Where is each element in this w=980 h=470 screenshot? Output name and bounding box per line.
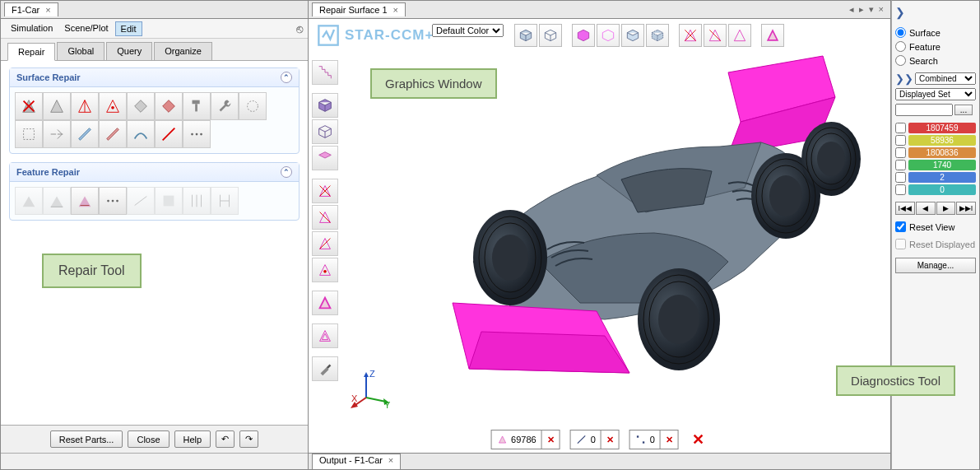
project-tool-icon[interactable]	[71, 120, 99, 148]
tab-label: Output - F1-Car	[319, 455, 383, 465]
create-face-icon[interactable]	[127, 92, 155, 120]
smooth-tool-icon[interactable]	[127, 120, 155, 148]
view-hidden-icon[interactable]	[646, 24, 669, 47]
merge-tool-icon[interactable]	[43, 120, 71, 148]
feature-tool-1-icon[interactable]	[15, 187, 43, 215]
feature-tool-6-icon[interactable]	[155, 187, 183, 215]
tree-icon[interactable]: ⎋	[296, 22, 303, 35]
checkbox-label: Reset Displayed	[909, 240, 975, 249]
fill-hole-icon[interactable]	[43, 92, 71, 120]
view-iso-icon[interactable]	[514, 24, 537, 47]
menu-edit[interactable]: Edit	[115, 21, 142, 36]
vcr-prev-button[interactable]: ◀	[916, 202, 936, 215]
vcr-next-button[interactable]: ▶	[936, 202, 956, 215]
feature-tool-7-icon[interactable]	[183, 187, 211, 215]
cube-wire-icon[interactable]	[312, 119, 338, 144]
remesh-icon[interactable]	[155, 92, 183, 120]
graphics-window[interactable]: STAR-CCM+ Default Color	[309, 19, 890, 453]
help-button[interactable]: Help	[174, 430, 211, 448]
triangle-marker-icon[interactable]	[761, 24, 784, 47]
tri-x3-icon[interactable]	[312, 231, 338, 256]
subtab-organize[interactable]: Organize	[154, 42, 212, 60]
output-tab[interactable]: Output - F1-Car ×	[312, 454, 401, 469]
filter-3-icon[interactable]	[728, 24, 751, 47]
face-select-icon[interactable]	[312, 146, 338, 170]
radio-surface[interactable]	[895, 27, 906, 38]
legend-checkbox[interactable]	[895, 135, 906, 146]
tri-x1-icon[interactable]	[312, 179, 338, 203]
f1car-tab[interactable]: F1-Car ×	[4, 2, 58, 16]
collapse-icon[interactable]: ⌃	[281, 166, 292, 178]
repair-surface-tab[interactable]: Repair Surface 1 ×	[312, 2, 406, 16]
reset-displayed-checkbox[interactable]	[895, 239, 906, 249]
tri-fill-icon[interactable]	[312, 291, 338, 315]
legend-checkbox[interactable]	[895, 172, 906, 183]
legend-checkbox[interactable]	[895, 123, 906, 133]
hammer-icon[interactable]	[183, 92, 211, 120]
vcr-last-button[interactable]: ▶▶I	[956, 202, 976, 215]
legend-checkbox[interactable]	[895, 160, 906, 170]
tri-x4-icon[interactable]	[312, 258, 338, 282]
edge-tool-icon[interactable]	[155, 120, 183, 148]
filter-2-icon[interactable]	[704, 24, 727, 47]
offset-tool-icon[interactable]	[99, 120, 127, 148]
filter-more-button[interactable]: ...	[954, 105, 973, 115]
square-tool-icon[interactable]	[15, 120, 43, 148]
clear-faces-button[interactable]: ✕	[541, 430, 560, 449]
nav-next-icon[interactable]: ▸	[857, 4, 866, 15]
split-face-icon[interactable]	[71, 92, 99, 120]
undo-button[interactable]: ↶	[216, 430, 235, 448]
radio-search[interactable]	[895, 55, 906, 66]
tri-x2-icon[interactable]	[312, 205, 338, 230]
subtab-query[interactable]: Query	[106, 42, 152, 60]
brush-icon[interactable]	[312, 356, 338, 381]
radio-feature[interactable]	[895, 41, 906, 52]
displayed-set-select[interactable]: Displayed Set	[895, 88, 976, 100]
wrench-icon[interactable]	[211, 92, 239, 120]
close-icon[interactable]: ×	[393, 5, 398, 15]
circle-tool-icon[interactable]	[239, 92, 267, 120]
clear-vertices-button[interactable]: ✕	[660, 430, 678, 449]
nav-prev-icon[interactable]: ◂	[848, 4, 856, 15]
legend-checkbox[interactable]	[895, 147, 906, 158]
reset-parts-button[interactable]: Reset Parts...	[50, 430, 123, 448]
nav-dropdown-icon[interactable]: ▾	[867, 4, 875, 15]
nav-close-icon[interactable]: ×	[877, 4, 885, 15]
legend-checkbox[interactable]	[895, 184, 906, 195]
feature-tool-5-icon[interactable]	[127, 187, 155, 215]
redo-button[interactable]: ↷	[239, 430, 258, 448]
clear-edges-button[interactable]: ✕	[601, 430, 619, 449]
collapse-icon[interactable]: ⌃	[281, 72, 292, 83]
ruler-icon[interactable]	[312, 60, 338, 85]
feature-tool-8-icon[interactable]	[211, 187, 239, 215]
view-wire-icon[interactable]	[539, 24, 562, 47]
menu-simulation[interactable]: Simulation	[6, 21, 58, 36]
view-solid-magenta-icon[interactable]	[572, 24, 595, 47]
view-trans-icon[interactable]	[621, 24, 644, 47]
collapse-face-icon[interactable]	[99, 92, 127, 120]
cube-shade-icon[interactable]	[312, 93, 338, 118]
color-mode-select[interactable]: Default Color	[432, 24, 504, 37]
clear-all-button[interactable]: ✕	[689, 430, 708, 449]
close-icon[interactable]: ×	[388, 455, 393, 465]
filter-1-icon[interactable]	[679, 24, 702, 47]
feature-tool-3-icon[interactable]	[71, 187, 99, 215]
manage-button[interactable]: Manage...	[895, 258, 976, 273]
subtab-repair[interactable]: Repair	[7, 43, 55, 61]
close-button[interactable]: Close	[128, 430, 169, 448]
reset-view-checkbox[interactable]	[895, 221, 906, 232]
tri-wire-icon[interactable]	[312, 323, 338, 348]
subtab-global[interactable]: Global	[57, 42, 105, 60]
expand-icon[interactable]: ❯❯	[895, 72, 913, 85]
vcr-first-button[interactable]: I◀◀	[895, 202, 915, 215]
menu-scene-plot[interactable]: Scene/Plot	[59, 21, 113, 36]
close-icon[interactable]: ×	[45, 5, 50, 15]
view-outline-magenta-icon[interactable]	[597, 24, 620, 47]
delete-face-icon[interactable]	[15, 92, 43, 120]
options-icon[interactable]	[183, 120, 211, 148]
filter-input[interactable]	[895, 104, 953, 116]
combined-select[interactable]: Combined	[915, 72, 976, 85]
collapse-left-icon[interactable]: ❯	[895, 6, 905, 21]
feature-tool-2-icon[interactable]	[43, 187, 71, 215]
feature-tool-4-icon[interactable]	[99, 187, 127, 215]
